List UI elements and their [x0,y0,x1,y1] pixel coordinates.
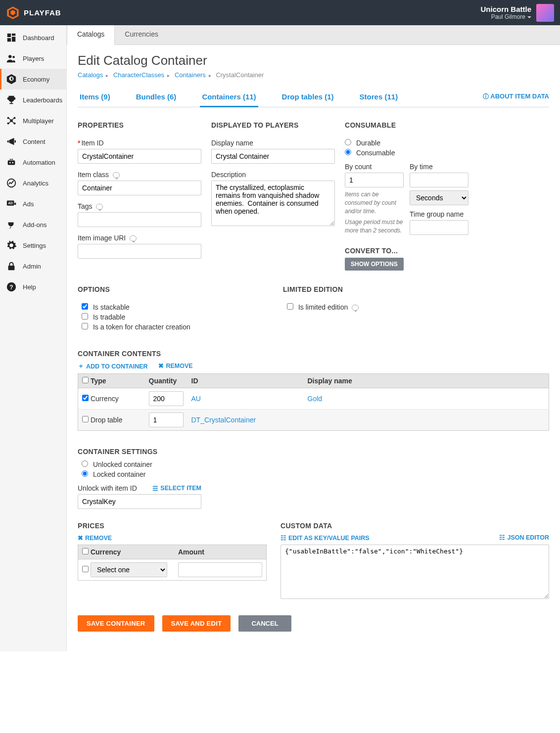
sidebar-item-players[interactable]: Players [0,48,66,69]
item-class-label: Item class [78,171,201,179]
image-uri-label: Item image URI [78,234,201,242]
content-id-link[interactable]: AU [191,395,201,403]
durable-radio[interactable]: Durable [345,139,380,147]
limited-checkbox[interactable]: Is limited edition [287,303,359,311]
sidebar-item-leaderboards[interactable]: Leaderboards [0,90,66,110]
tags-label: Tags [78,202,201,210]
robot-icon [6,157,17,168]
amount-input[interactable] [178,562,262,577]
qty-input[interactable] [149,391,184,406]
remove-price-link[interactable]: ✖ REMOVE [78,534,112,542]
custom-data-textarea[interactable]: {"usableInBattle":"false","icon":"WhiteC… [280,545,549,599]
tab-stores[interactable]: Stores (11) [358,88,400,107]
image-uri-input[interactable] [78,244,201,259]
tags-input[interactable] [78,212,201,227]
table-row: Drop table DT_CrystalContainer [78,410,549,431]
about-item-data-link[interactable]: ⓘ ABOUT ITEM DATA [483,92,549,101]
crumb-characterclasses[interactable]: CharacterClasses [113,71,164,79]
subnav-catalogs[interactable]: Catalogs [67,25,115,45]
sidebar-item-multiplayer[interactable]: Multiplayer [0,110,66,131]
show-options-button[interactable]: SHOW OPTIONS [345,258,404,271]
select-item-link[interactable]: ☰ SELECT ITEM [152,485,201,492]
json-editor-link[interactable]: ☷ JSON EDITOR [499,534,549,541]
cancel-button[interactable]: CANCEL [238,615,291,632]
multiplayer-icon [6,115,17,126]
add-to-container-link[interactable]: ＋ ADD TO CONTAINER [78,362,148,370]
save-container-button[interactable]: SAVE CONTAINER [78,615,154,632]
players-icon [6,53,17,64]
svg-point-9 [12,162,13,164]
qty-input[interactable] [149,412,184,427]
content-id-link[interactable]: DT_CrystalContainer [191,416,256,424]
by-time-unit-select[interactable]: Seconds [410,190,468,205]
tab-items[interactable]: Items (9) [78,88,112,107]
sidebar-item-ads[interactable]: ADAds [0,193,66,214]
sidebar-item-addons[interactable]: Add-ons [0,214,66,235]
sidebar-item-settings[interactable]: Settings [0,235,66,256]
ads-icon: AD [6,198,17,209]
token-checkbox[interactable]: Is a token for character creation [82,323,190,331]
edit-kv-link[interactable]: ☷ EDIT AS KEY/VALUE PAIRS [280,534,370,542]
comment-icon [352,305,359,311]
top-bar: PLAYFAB Unicorn Battle Paul Gilmore [0,0,560,25]
remove-content-link[interactable]: ✖ REMOVE [158,362,192,369]
item-id-input[interactable] [78,149,201,164]
tradable-checkbox[interactable]: Is tradable [82,313,125,321]
by-count-input[interactable] [345,173,404,187]
subnav-currencies[interactable]: Currencies [115,25,168,45]
item-id-label: *Item ID [78,139,201,147]
crumb-containers[interactable]: Containers [175,71,206,79]
sidebar: Dashboard Players Economy Leaderboards M… [0,25,67,651]
tab-bundles[interactable]: Bundles (6) [134,88,179,107]
table-row: Select one [78,559,267,581]
svg-point-1 [12,56,15,58]
row-checkbox[interactable] [82,416,89,422]
breadcrumb: Catalogs▸ CharacterClasses▸ Containers▸ … [78,71,549,79]
logo[interactable]: PLAYFAB [6,6,61,20]
sidebar-item-economy[interactable]: Economy [0,69,66,90]
sidebar-item-content[interactable]: Content [0,131,66,152]
prices-table: Currency Amount Select one [78,545,267,581]
sub-nav: Catalogs Currencies [67,25,560,45]
time-group-input[interactable] [410,220,468,235]
unlocked-radio[interactable]: Unlocked container [82,460,152,468]
user-menu[interactable]: Unicorn Battle Paul Gilmore [480,4,554,22]
lock-icon [6,261,17,272]
currency-select[interactable]: Select one [91,562,167,577]
select-all-contents[interactable] [82,377,89,383]
contents-section: CONTAINER CONTENTS ＋ ADD TO CONTAINER ✖ … [78,350,549,431]
row-checkbox[interactable] [82,395,89,401]
save-and-edit-button[interactable]: SAVE AND EDIT [162,615,231,632]
dashboard-icon [6,32,17,43]
crumb-catalogs[interactable]: Catalogs [78,71,103,79]
page-title: Edit Catalog Container [78,53,549,68]
tab-containers[interactable]: Containers (11) [200,88,258,107]
sidebar-item-help[interactable]: ?Help [0,276,66,297]
select-all-prices[interactable] [82,548,89,554]
display-name-input[interactable] [211,149,335,164]
row-checkbox[interactable] [82,566,89,572]
sidebar-item-admin[interactable]: Admin [0,256,66,276]
table-row: Currency AU Gold [78,388,549,410]
comment-icon [130,235,137,241]
sidebar-item-dashboard[interactable]: Dashboard [0,27,66,48]
by-time-input[interactable] [410,173,468,187]
content-dn-link[interactable]: Gold [308,395,323,403]
action-row: SAVE CONTAINER SAVE AND EDIT CANCEL [78,615,549,632]
displayed-section: DISPLAYED TO PLAYERS Display name Descri… [211,121,335,271]
by-count-label: By count [345,163,404,171]
help-icon: ? [6,281,17,292]
trophy-icon [6,94,17,105]
item-class-input[interactable] [78,181,201,195]
analytics-icon [6,178,17,188]
sidebar-item-automation[interactable]: Automation [0,152,66,173]
contents-table: Type Quantity ID Display name Currency A… [78,373,549,431]
sidebar-item-analytics[interactable]: Analytics [0,173,66,193]
chevron-down-icon [527,16,531,18]
locked-radio[interactable]: Locked container [82,470,146,478]
description-input[interactable]: The crystallized, ectoplasmic remains fr… [211,181,335,226]
tab-drop-tables[interactable]: Drop tables (1) [280,88,336,107]
unlock-item-input[interactable] [78,494,201,509]
consumable-radio[interactable]: Consumable [345,149,395,157]
stackable-checkbox[interactable]: Is stackable [82,303,130,311]
